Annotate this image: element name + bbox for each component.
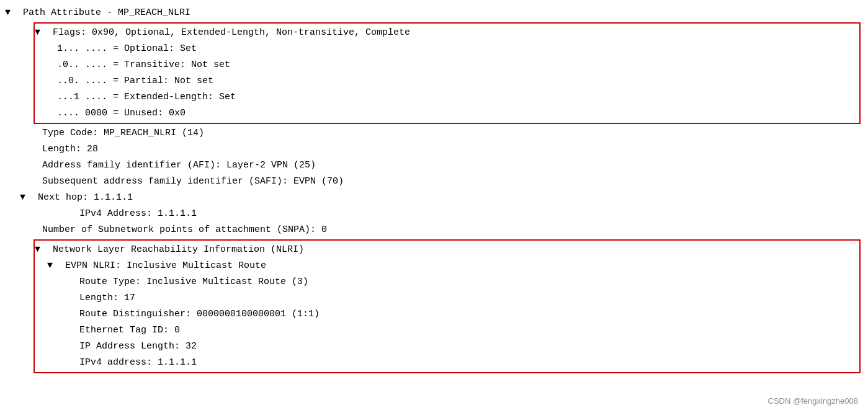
root-row: ▼ Path Attribute - MP_REACH_NLRI [5, 5, 863, 21]
main-item-2-text: Address family identifier (AFI): Layer-2… [20, 158, 316, 173]
evpn-item-3: Ethernet Tag ID: 0 [35, 322, 859, 339]
main-item-1: Length: 28 [5, 141, 863, 158]
nexthop-item-0-text: IPv4 Address: 1.1.1.1 [35, 206, 197, 221]
evpn-item-0-text: Route Type: Inclusive Multicast Route (3… [35, 275, 308, 290]
flags-toggle[interactable]: ▼ [35, 25, 45, 40]
main-item-2: Address family identifier (AFI): Layer-2… [5, 158, 863, 174]
evpn-header-row: ▼ EVPN NLRI: Inclusive Multicast Route [35, 258, 859, 274]
evpn-item-1: Length: 17 [35, 290, 859, 306]
flags-item-0-text: 1... .... = Optional: Set [35, 42, 197, 56]
nexthop-toggle[interactable]: ▼ [20, 190, 30, 205]
evpn-item-1-text: Length: 17 [35, 291, 135, 306]
main-item-3-text: Subsequent address family identifier (SA… [20, 174, 344, 189]
flags-item-2-text: ..0. .... = Partial: Not set [35, 74, 213, 89]
main-item-1-text: Length: 28 [20, 142, 98, 157]
flags-header-row: ▼ Flags: 0x90, Optional, Extended-Length… [35, 25, 859, 41]
root-toggle[interactable]: ▼ [5, 6, 15, 20]
root-label: Path Attribute - MP_REACH_NLRI [17, 6, 190, 20]
flags-section: ▼ Flags: 0x90, Optional, Extended-Length… [34, 22, 861, 124]
flags-item-1-text: .0.. .... = Transitive: Not set [35, 58, 230, 73]
evpn-item-4-text: IP Address Length: 32 [35, 339, 197, 354]
flags-item-1: .0.. .... = Transitive: Not set [35, 57, 859, 73]
nlri-toggle[interactable]: ▼ [35, 242, 45, 257]
flags-item-2: ..0. .... = Partial: Not set [35, 73, 859, 89]
evpn-label: EVPN NLRI: Inclusive Multicast Route [60, 259, 266, 273]
snpa-row: Number of Subnetwork points of attachmen… [5, 222, 863, 238]
tree-container: ▼ Path Attribute - MP_REACH_NLRI ▼ Flags… [0, 2, 868, 377]
nlri-header-row: ▼ Network Layer Reachability Information… [35, 242, 859, 258]
evpn-item-2-text: Route Distinguisher: 0000000100000001 (1… [35, 307, 320, 322]
flags-item-4: .... 0000 = Unused: 0x0 [35, 105, 859, 122]
flags-item-3: ...1 .... = Extended-Length: Set [35, 89, 859, 105]
evpn-item-5-text: IPv4 address: 1.1.1.1 [35, 355, 197, 370]
evpn-item-5: IPv4 address: 1.1.1.1 [35, 355, 859, 371]
nexthop-item-0: IPv4 Address: 1.1.1.1 [5, 206, 863, 222]
evpn-item-4: IP Address Length: 32 [35, 339, 859, 355]
nlri-section: ▼ Network Layer Reachability Information… [34, 239, 861, 373]
evpn-toggle[interactable]: ▼ [47, 259, 57, 273]
main-item-0-text: Type Code: MP_REACH_NLRI (14) [20, 126, 204, 141]
flags-item-3-text: ...1 .... = Extended-Length: Set [35, 90, 236, 105]
watermark: CSDN @fengxingzhe008 [768, 396, 858, 406]
evpn-item-0: Route Type: Inclusive Multicast Route (3… [35, 274, 859, 290]
nexthop-row: ▼ Next hop: 1.1.1.1 [5, 190, 863, 206]
main-item-0: Type Code: MP_REACH_NLRI (14) [5, 125, 863, 141]
main-item-3: Subsequent address family identifier (SA… [5, 174, 863, 190]
nexthop-label: Next hop: 1.1.1.1 [32, 190, 133, 205]
nlri-label: Network Layer Reachability Information (… [47, 242, 304, 257]
flags-item-4-text: .... 0000 = Unused: 0x0 [35, 106, 186, 121]
flags-label: Flags: 0x90, Optional, Extended-Length, … [47, 25, 410, 40]
snpa-text: Number of Subnetwork points of attachmen… [20, 223, 327, 238]
evpn-item-2: Route Distinguisher: 0000000100000001 (1… [35, 306, 859, 322]
evpn-item-3-text: Ethernet Tag ID: 0 [35, 323, 180, 338]
flags-item-0: 1... .... = Optional: Set [35, 41, 859, 57]
